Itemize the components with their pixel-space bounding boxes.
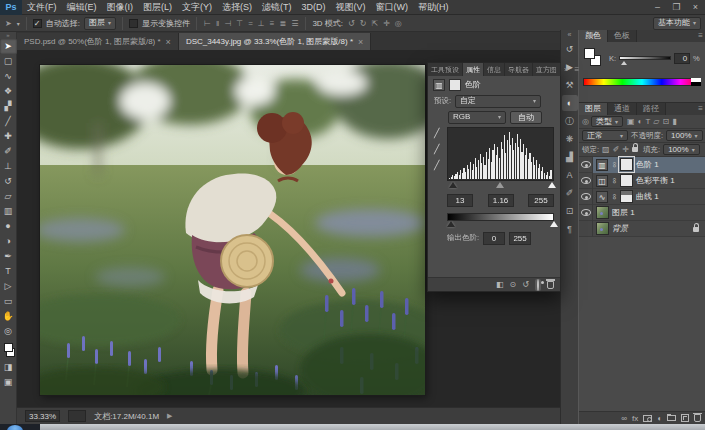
zoom-level-field[interactable]: 33.33% bbox=[25, 410, 60, 422]
foreground-color-swatch[interactable] bbox=[4, 343, 13, 352]
layer-mask-thumbnail[interactable] bbox=[620, 158, 633, 171]
layer-visibility-toggle[interactable] bbox=[579, 189, 593, 205]
layer-visibility-toggle[interactable] bbox=[579, 173, 593, 189]
menu-item[interactable]: 图层(L) bbox=[138, 0, 177, 15]
new-layer-icon[interactable] bbox=[681, 414, 689, 422]
menu-item[interactable]: 文件(F) bbox=[22, 0, 62, 15]
eyedropper-tool[interactable]: ╱ bbox=[0, 114, 17, 129]
menu-item[interactable]: 图像(I) bbox=[102, 0, 139, 15]
new-adjustment-icon[interactable]: ◐ bbox=[657, 413, 662, 424]
layer-row-body[interactable]: 图层 1 bbox=[593, 205, 705, 221]
view-previous-state-icon[interactable]: ⊙ bbox=[510, 279, 517, 290]
panel-menu-icon[interactable]: ≡ bbox=[571, 64, 582, 76]
layer-thumbnail[interactable] bbox=[596, 222, 609, 235]
rectangle-tool[interactable]: ▭ bbox=[0, 294, 17, 309]
crop-tool[interactable]: ▞ bbox=[0, 99, 17, 114]
photo-canvas[interactable] bbox=[40, 65, 425, 395]
lock-all-icon[interactable] bbox=[632, 147, 638, 152]
output-black-field[interactable]: 0 bbox=[483, 232, 505, 245]
layer-mask-thumbnail[interactable] bbox=[620, 174, 633, 187]
black-input-field[interactable]: 13 bbox=[447, 194, 473, 207]
tab-close-icon[interactable]: × bbox=[358, 37, 363, 47]
black-swatch[interactable] bbox=[691, 82, 701, 86]
layer-row[interactable]: ▥∞色阶 1 bbox=[579, 157, 705, 173]
layer-row[interactable]: ◫∞色彩平衡 1 bbox=[579, 173, 705, 189]
distribute-v-icon[interactable]: ≣ bbox=[279, 16, 288, 31]
blur-tool[interactable]: ● bbox=[0, 219, 17, 234]
panel-tool-presets-icon[interactable]: ⚒ bbox=[562, 77, 578, 93]
color-balance-adjustment-thumbnail[interactable]: ◫ bbox=[596, 175, 608, 187]
delete-layer-icon[interactable] bbox=[694, 414, 701, 422]
lock-position-icon[interactable]: ✛ bbox=[622, 144, 629, 156]
gamma-input-field[interactable]: 1.16 bbox=[488, 194, 514, 207]
taskbar-browser-icon[interactable] bbox=[7, 425, 23, 430]
dodge-tool[interactable]: ◑ bbox=[0, 234, 17, 249]
layers-tab[interactable]: 路径 bbox=[637, 103, 666, 115]
k-slider[interactable] bbox=[619, 56, 671, 60]
menu-item[interactable]: 窗口(W) bbox=[371, 0, 414, 15]
3d-drag-icon[interactable]: ⇱ bbox=[370, 16, 379, 31]
hand-tool[interactable]: ✋ bbox=[0, 309, 17, 324]
spectrum-endcaps[interactable] bbox=[691, 78, 701, 86]
pen-tool[interactable]: ✒ bbox=[0, 249, 17, 264]
document-tab[interactable]: PSD.psd @ 50%(色阶 1, 图层蒙版/8) *× bbox=[17, 33, 179, 50]
align-left-icon[interactable]: ⊢ bbox=[203, 16, 212, 31]
lock-icon[interactable] bbox=[693, 227, 699, 232]
layers-tab[interactable]: 图层 bbox=[579, 103, 608, 115]
menu-item[interactable]: 3D(D) bbox=[297, 0, 331, 15]
properties-tab[interactable]: 直方图 bbox=[533, 63, 561, 76]
white-point-eyedropper[interactable]: ╱ bbox=[434, 161, 446, 170]
black-point-eyedropper[interactable]: ╱ bbox=[434, 129, 446, 138]
menu-item[interactable]: 文字(Y) bbox=[177, 0, 217, 15]
menu-item[interactable]: 选择(S) bbox=[217, 0, 257, 15]
layer-visibility-toggle[interactable] bbox=[579, 157, 593, 173]
distribute-h-icon[interactable]: ≡ bbox=[269, 16, 276, 31]
gradient-tool[interactable]: ▥ bbox=[0, 204, 17, 219]
delete-adjustment-icon[interactable] bbox=[547, 281, 554, 289]
workspace-switcher[interactable]: 基本功能 ▾ bbox=[653, 17, 701, 30]
3d-rotate-icon[interactable]: ↺ bbox=[347, 16, 356, 31]
k-slider-handle[interactable] bbox=[621, 61, 627, 65]
filter-smart-object-icon[interactable]: ⊡ bbox=[662, 116, 669, 128]
toolbar-grip[interactable]: » bbox=[6, 32, 9, 39]
lock-image-icon[interactable]: ✐ bbox=[613, 144, 620, 156]
layer-row-body[interactable]: ▥∞色阶 1 bbox=[593, 157, 705, 173]
3d-roll-icon[interactable]: ↻ bbox=[359, 16, 368, 31]
restore-button[interactable]: ❐ bbox=[667, 0, 686, 15]
curves-adjustment-thumbnail[interactable]: ∿ bbox=[596, 191, 608, 203]
reset-adjustment-icon[interactable]: ↺ bbox=[522, 279, 529, 290]
opacity-field[interactable]: 100% ▾ bbox=[666, 130, 702, 141]
tool-preset-caret-icon[interactable]: ▾ bbox=[17, 20, 20, 27]
menu-item[interactable]: 滤镜(T) bbox=[257, 0, 297, 15]
layer-visibility-toggle[interactable] bbox=[579, 205, 593, 221]
panel-menu-icon[interactable]: ≡ bbox=[695, 30, 705, 42]
expand-panels-icon[interactable]: « bbox=[568, 30, 572, 39]
black-input-slider[interactable] bbox=[449, 182, 457, 188]
layer-visibility-toggle[interactable] bbox=[579, 221, 593, 237]
close-button[interactable]: × bbox=[686, 0, 705, 15]
move-tool-icon[interactable]: ➤ bbox=[4, 16, 13, 31]
history-brush-tool[interactable]: ↺ bbox=[0, 174, 17, 189]
layers-tab[interactable]: 通道 bbox=[608, 103, 637, 115]
layer-row[interactable]: ∿∞曲线 1 bbox=[579, 189, 705, 205]
layer-style-icon[interactable]: fx bbox=[632, 413, 638, 424]
filter-image-icon[interactable]: ▣ bbox=[627, 116, 635, 128]
panel-brush-icon[interactable]: ✐ bbox=[562, 185, 578, 201]
layer-row[interactable]: 图层 1 bbox=[579, 205, 705, 221]
panel-character-icon[interactable]: A bbox=[562, 167, 578, 183]
layer-thumbnail[interactable] bbox=[596, 206, 609, 219]
panel-history-icon[interactable]: ↺ bbox=[562, 41, 578, 57]
3d-scale-icon[interactable]: ◎ bbox=[394, 16, 403, 31]
3d-slide-icon[interactable]: ✛ bbox=[382, 16, 391, 31]
quick-selection-tool[interactable]: ❖ bbox=[0, 84, 17, 99]
path-selection-tool[interactable]: ▷ bbox=[0, 279, 17, 294]
spot-healing-brush-tool[interactable]: ✚ bbox=[0, 129, 17, 144]
white-input-slider[interactable] bbox=[548, 182, 556, 188]
color-tab[interactable]: 颜色 bbox=[579, 30, 608, 42]
tab-overflow-icon[interactable]: » bbox=[561, 64, 571, 76]
foreground-color-swatch[interactable] bbox=[584, 48, 595, 59]
align-right-icon[interactable]: ⊣ bbox=[223, 16, 232, 31]
visibility-toggle-icon[interactable] bbox=[535, 279, 541, 291]
clip-to-layer-icon[interactable]: ◧ bbox=[496, 279, 504, 290]
lock-transparency-icon[interactable]: ▨ bbox=[602, 144, 610, 156]
